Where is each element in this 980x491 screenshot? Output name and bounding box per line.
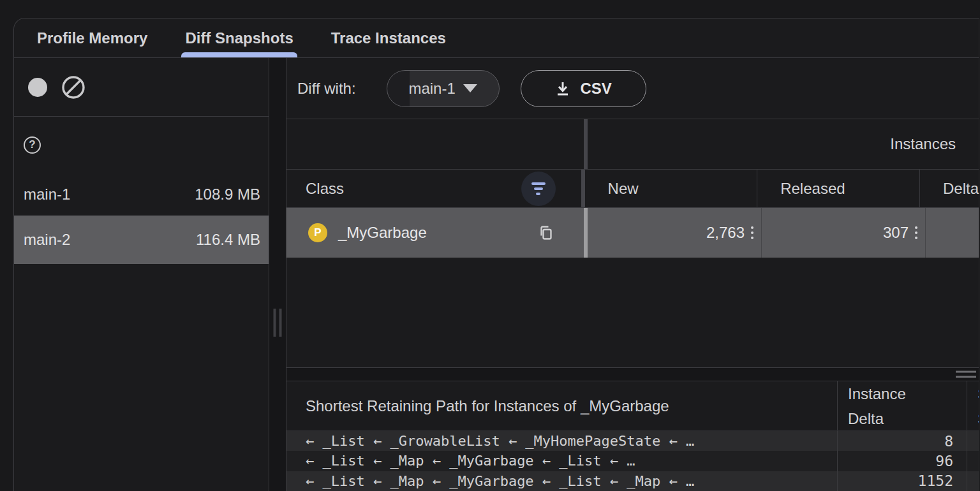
instance-delta-value: 96 — [837, 451, 967, 471]
released-count-cell[interactable]: 307 — [762, 208, 926, 258]
size-value — [967, 471, 979, 491]
instance-delta-label-line1: Instance — [848, 381, 967, 406]
new-column-header[interactable]: New — [585, 170, 758, 207]
active-tab-indicator — [181, 52, 297, 57]
clear-snapshots-icon[interactable] — [61, 75, 85, 99]
class-column-label: Class — [306, 180, 344, 198]
diff-panel: Diff with: main-1 CSV — [286, 58, 979, 491]
retaining-path-title: Shortest Retaining Path for Instances of… — [286, 381, 837, 430]
instance-delta-column-header[interactable]: Instance Delta — [837, 381, 967, 430]
csv-export-button[interactable]: CSV — [521, 70, 646, 107]
released-column-label: Released — [780, 180, 845, 198]
new-count-cell[interactable]: 2,763 — [588, 208, 762, 258]
snapshot-size: 108.9 MB — [195, 186, 260, 203]
delta-count-cell — [926, 208, 979, 258]
memory-tab-bar: Profile Memory Diff Snapshots Trace Inst… — [14, 18, 979, 58]
horizontal-splitter-handle-icon[interactable] — [956, 371, 976, 378]
more-menu-icon[interactable] — [915, 226, 917, 239]
delta-column-label: Delta — [943, 180, 979, 198]
retaining-path-text: ← _List ← _GrowableList ← _MyHomePageSta… — [286, 431, 837, 451]
retaining-path-row[interactable]: ← _List ← _Map ← _MyGarbage ← _List ← … … — [286, 451, 979, 471]
snapshot-item-main-1[interactable]: main-1 108.9 MB — [14, 173, 269, 216]
class-column-header[interactable]: Class — [286, 170, 581, 207]
instance-delta-value: 1152 — [837, 471, 967, 491]
snapshot-size: 116.4 MB — [196, 231, 260, 249]
retaining-path-row[interactable]: ← _List ← _GrowableList ← _MyHomePageSta… — [286, 431, 979, 451]
retaining-path-text: ← _List ← _Map ← _MyGarbage ← _List ← _M… — [286, 471, 837, 491]
new-count: 2,763 — [706, 224, 745, 242]
tab-diff-snapshots[interactable]: Diff Snapshots — [184, 18, 294, 57]
instances-group-header: Instances — [588, 119, 979, 169]
diff-with-dropdown[interactable]: main-1 — [387, 70, 500, 107]
new-column-label: New — [608, 180, 639, 198]
diff-with-label: Diff with: — [297, 80, 356, 98]
size-label-line2: S — [977, 406, 979, 431]
tab-diff-snapshots-label: Diff Snapshots — [185, 29, 293, 47]
class-row-mygarbage[interactable]: P _MyGarbage 2,763 307 — [286, 208, 979, 258]
size-value — [967, 431, 979, 451]
take-snapshot-icon[interactable] — [28, 78, 47, 97]
memory-profiler-panel: Profile Memory Diff Snapshots Trace Inst… — [13, 18, 979, 491]
class-name: _MyGarbage — [338, 224, 538, 242]
size-column-header[interactable]: S S — [967, 381, 979, 430]
diff-toolbar: Diff with: main-1 CSV — [286, 58, 979, 119]
retaining-path-text: ← _List ← _Map ← _MyGarbage ← _List ← … — [286, 451, 837, 471]
diff-with-dropdown-value: main-1 — [408, 80, 455, 98]
tab-trace-instances[interactable]: Trace Instances — [330, 18, 447, 57]
snapshot-name: main-1 — [24, 186, 70, 203]
snapshot-controls — [14, 58, 269, 117]
instance-delta-label-line2: Delta — [848, 406, 967, 431]
csv-button-label: CSV — [580, 80, 611, 98]
horizontal-splitter[interactable] — [286, 368, 979, 381]
class-cell: P _MyGarbage — [286, 208, 584, 258]
copy-icon[interactable] — [538, 224, 554, 241]
size-label-line1: S — [977, 381, 979, 406]
filter-icon — [531, 182, 546, 185]
help-icon[interactable]: ? — [24, 136, 41, 154]
diff-table-header: Class New Released Delta — [286, 170, 979, 208]
tab-trace-instances-label: Trace Instances — [331, 29, 446, 47]
retaining-path-header: Shortest Retaining Path for Instances of… — [286, 381, 979, 431]
released-count: 307 — [883, 224, 909, 242]
snapshot-item-main-2[interactable]: main-2 116.4 MB — [14, 216, 269, 264]
class-group-cell — [286, 119, 584, 169]
retaining-path-pane: Shortest Retaining Path for Instances of… — [286, 381, 979, 491]
download-icon — [554, 80, 571, 97]
snapshot-sidebar: ? main-1 108.9 MB main-2 116.4 MB — [14, 58, 269, 491]
snapshot-help-row: ? — [14, 117, 269, 173]
vertical-splitter[interactable] — [269, 58, 286, 491]
tab-profile-memory[interactable]: Profile Memory — [36, 18, 149, 57]
chevron-down-icon — [463, 84, 477, 92]
released-column-header[interactable]: Released — [757, 170, 920, 207]
instance-delta-value: 8 — [837, 431, 967, 451]
vertical-splitter-handle-icon[interactable] — [274, 309, 282, 337]
project-class-badge: P — [308, 223, 327, 242]
size-value — [967, 451, 979, 471]
more-menu-icon[interactable] — [751, 226, 754, 239]
diff-table-empty-area — [286, 258, 979, 368]
delta-column-header[interactable]: Delta — [920, 170, 979, 207]
snapshot-name: main-2 — [24, 231, 70, 249]
retaining-path-row[interactable]: ← _List ← _Map ← _MyGarbage ← _List ← _M… — [286, 471, 979, 491]
diff-table-group-header: Instances — [286, 119, 979, 170]
filter-button[interactable] — [521, 172, 556, 206]
tab-profile-memory-label: Profile Memory — [37, 29, 147, 47]
